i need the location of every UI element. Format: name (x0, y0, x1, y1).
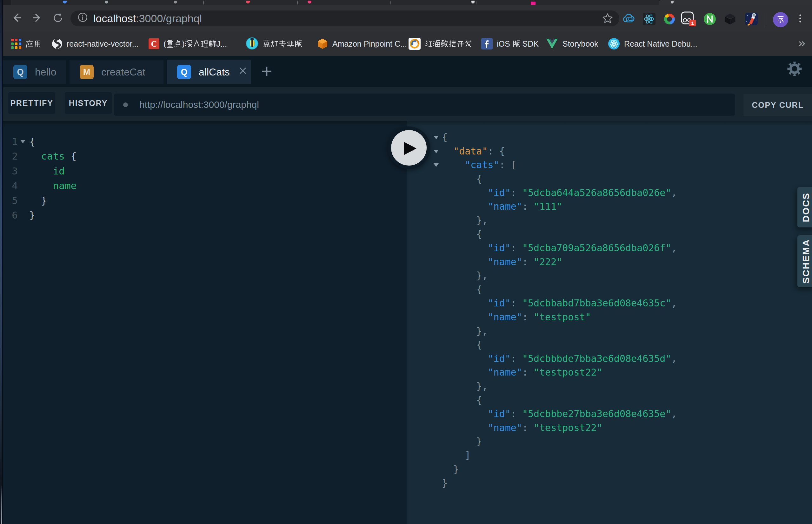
tab-separator (391, 1, 391, 4)
bookmark-item[interactable]: Amazon Pinpoint C... (317, 38, 407, 49)
bookmark-item[interactable]: Storybook (546, 38, 599, 49)
bookmark-item[interactable]: iOS SDK (481, 38, 539, 49)
endpoint-url: http://localhost:3000/graphql (139, 99, 259, 110)
active-browser-tab-sliver[interactable] (659, 0, 812, 5)
c-red-icon: C (148, 38, 159, 49)
back-icon (10, 12, 23, 26)
fold-arrow-icon[interactable] (434, 136, 439, 139)
extension-colorwheel[interactable] (663, 13, 676, 26)
query-code-line: } (29, 208, 35, 223)
query-code-line: name (29, 178, 77, 193)
address-bar[interactable]: localhost:3000/graphql (70, 11, 619, 26)
result-json-line: "id": "5dcbbbe27bba3e6d08e4635e", (442, 407, 677, 421)
ext-colorwheel-icon (663, 12, 676, 27)
query-editor-pane[interactable]: 1{2 cats {3 id4 name5 }6} (3, 121, 407, 524)
code-token: : (522, 422, 534, 433)
redsea-icon (409, 38, 420, 50)
result-json-line: "id": "5dcba644a526a8656dba026e", (442, 186, 677, 200)
close-tab-icon[interactable] (237, 65, 248, 79)
session-tab-createCat[interactable]: McreateCat (69, 60, 163, 84)
site-info-icon[interactable] (77, 12, 88, 25)
reload-button[interactable] (50, 11, 65, 26)
result-top-shade (407, 121, 812, 126)
bookmark-item[interactable]: React Native Debu... (608, 38, 697, 50)
profile-avatar[interactable] (773, 12, 788, 27)
url-host: localhost (93, 12, 136, 25)
extension-n-green[interactable] (703, 13, 716, 26)
code-token: { (442, 284, 482, 295)
code-token (442, 159, 465, 170)
code-token: { (442, 339, 482, 350)
apps-grid-icon (11, 38, 21, 49)
editor-top-shade (3, 121, 407, 126)
fold-arrow-icon[interactable] (434, 150, 439, 153)
bookmark-item[interactable] (246, 37, 302, 50)
bookmark-item[interactable]: react-native-vector... (52, 38, 139, 49)
schema-side-tab[interactable]: SCHEMA (797, 235, 812, 287)
new-tab-button[interactable] (260, 66, 273, 78)
code-token: "data" (453, 146, 488, 157)
code-token (442, 146, 453, 157)
forward-button[interactable] (30, 11, 45, 26)
fold-arrow-icon[interactable] (20, 140, 26, 143)
result-json-line: "cats": [ (442, 158, 516, 172)
extension-tabs-manager[interactable]: 1 (682, 13, 695, 26)
tab-favicon-sliver (531, 2, 536, 5)
bookmarks-overflow-chevron[interactable] (798, 39, 806, 50)
code-token: { (442, 173, 482, 184)
browser-tabstrip[interactable] (3, 0, 812, 5)
fold-arrow-icon[interactable] (434, 163, 439, 167)
browser-chrome: localhost:3000/graphql1 react-native-vec… (3, 0, 812, 56)
result-json-line: } (442, 435, 482, 448)
extension-cloud-photos[interactable] (622, 13, 635, 26)
endpoint-input[interactable]: http://localhost:3000/graphql (114, 94, 735, 116)
code-token: { (65, 150, 77, 162)
session-tab-allCats[interactable]: QallCats (167, 60, 251, 84)
result-json-line: { (442, 393, 482, 407)
cjk-glyph (457, 40, 464, 48)
code-token: , (671, 242, 677, 253)
ext-cube-icon (723, 12, 737, 27)
cjk-glyph (174, 40, 182, 48)
result-json-line: "id": "5dcbbbde7bba3e6d08e4635d", (442, 352, 677, 366)
code-token: { (442, 132, 448, 143)
prettify-button[interactable]: PRETTIFY (8, 92, 55, 114)
vue-icon (546, 38, 558, 49)
session-tab-hello[interactable]: Qhello (3, 60, 66, 84)
extension-rocket[interactable] (745, 13, 758, 26)
bookmark-star-icon[interactable] (602, 12, 614, 27)
docs-side-tab[interactable]: DOCS (797, 187, 812, 227)
code-token: "name" (488, 256, 522, 267)
code-token: : (522, 201, 534, 212)
bookmark-item[interactable] (11, 38, 42, 49)
execute-query-button[interactable] (387, 127, 430, 169)
code-token: : (511, 242, 522, 253)
code-token: "5dcba709a526a8656dba026f" (522, 242, 671, 253)
copy-curl-button[interactable]: COPY CURL (744, 94, 812, 116)
bookmark-item[interactable]: C()J... (148, 38, 227, 49)
back-button[interactable] (9, 11, 24, 26)
code-token: : (522, 256, 534, 267)
line-number: 2 (3, 149, 18, 164)
code-token (442, 187, 488, 198)
svg-text:1: 1 (691, 20, 694, 26)
result-json-line: "name": "testpost22" (442, 421, 603, 435)
bookmark-label: Amazon Pinpoint C... (332, 39, 407, 49)
code-token: , (671, 187, 677, 198)
query-badge: Q (13, 65, 27, 79)
extension-react-devtools[interactable] (643, 13, 655, 26)
bookmark-item[interactable] (409, 38, 472, 50)
code-token (29, 150, 41, 162)
result-json-line: { (442, 227, 482, 241)
bookmark-label: React Native Debu... (624, 39, 697, 49)
react-circle-icon (608, 38, 620, 50)
settings-gear-button[interactable] (787, 62, 802, 77)
browser-menu-button[interactable] (794, 13, 807, 26)
ext-cloud-icon (622, 12, 636, 27)
code-token: "5dcbbbde7bba3e6d08e4635d" (522, 353, 671, 364)
extension-package-cube[interactable] (724, 13, 736, 26)
history-button[interactable]: HISTORY (65, 92, 112, 114)
code-token: , (671, 408, 677, 419)
query-code-line: cats { (29, 149, 77, 164)
line-number: 3 (3, 164, 18, 179)
